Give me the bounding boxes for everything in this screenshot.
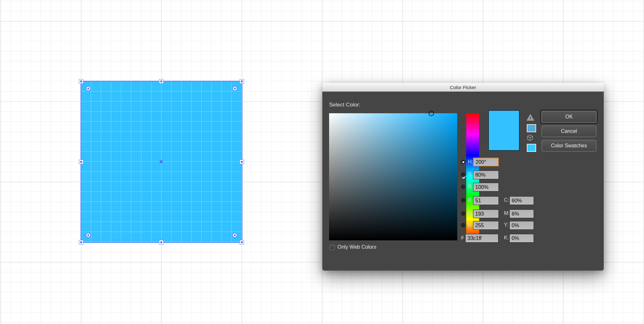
y-label: Y: (504, 222, 508, 228)
r-input[interactable] (473, 196, 499, 205)
k-input[interactable] (509, 234, 534, 243)
selection-handle[interactable] (79, 160, 83, 164)
ok-button-ring: OK (540, 110, 598, 124)
color-swatches-button[interactable]: Color Swatches (542, 140, 596, 152)
s-radio[interactable] (460, 172, 466, 177)
r-label: R: (468, 197, 473, 203)
color-picker-dialog: Color Picker Select Color: ! OK Cancel C… (322, 83, 604, 271)
web-color-cube-icon (526, 134, 534, 141)
s-input[interactable] (473, 171, 499, 179)
artboard-canvas: Color Picker Select Color: ! OK Cancel C… (0, 0, 644, 324)
selection-handle[interactable] (79, 79, 83, 84)
cancel-button[interactable]: Cancel (542, 125, 596, 137)
gamut-warning-icon: ! (526, 114, 534, 121)
g-input[interactable] (473, 209, 499, 218)
selection-handle[interactable] (159, 79, 164, 84)
center-point (160, 160, 163, 163)
b-rgb-radio[interactable] (460, 222, 466, 228)
color-field-marker[interactable] (429, 111, 434, 116)
saturation-brightness-field[interactable] (329, 113, 457, 240)
m-input[interactable] (509, 209, 534, 218)
selection-handle[interactable] (159, 240, 164, 245)
corner-widget[interactable] (232, 86, 237, 91)
b-radio[interactable] (460, 184, 466, 190)
h-radio[interactable] (460, 159, 466, 165)
g-radio[interactable] (460, 211, 466, 216)
h-label: H: (468, 159, 473, 165)
c-label: C: (504, 197, 509, 203)
selection-handle[interactable] (79, 240, 83, 245)
m-label: M: (504, 210, 510, 216)
new-color-preview (488, 110, 519, 151)
web-safe-swatch[interactable] (527, 144, 536, 152)
selection-handle[interactable] (240, 160, 244, 164)
hex-input[interactable] (465, 234, 498, 243)
dialog-titlebar[interactable]: Color Picker (322, 83, 604, 92)
b-label: B: (468, 184, 473, 190)
selection-handle[interactable] (240, 79, 244, 84)
b-rgb-label: B: (468, 222, 473, 228)
s-label: S: (468, 171, 473, 177)
h-input[interactable] (473, 158, 499, 166)
c-input[interactable] (509, 196, 534, 205)
corner-widget[interactable] (86, 86, 91, 91)
corner-widget[interactable] (86, 233, 91, 238)
selection-handle[interactable] (240, 240, 244, 245)
gamut-swatch[interactable] (527, 124, 536, 132)
dialog-body: Select Color: ! OK Cancel Color Swatches… (322, 92, 604, 271)
k-label: K: (504, 235, 509, 241)
select-color-label: Select Color: (329, 102, 360, 108)
b-rgb-input[interactable] (473, 221, 499, 230)
b-input[interactable] (473, 183, 499, 191)
r-radio[interactable] (460, 198, 466, 203)
y-input[interactable] (509, 221, 534, 230)
only-web-colors-label: Only Web Colors (337, 244, 376, 250)
only-web-colors-checkbox[interactable] (330, 245, 335, 250)
ok-button[interactable]: OK (542, 111, 596, 123)
corner-widget[interactable] (232, 233, 237, 238)
hex-label: # (461, 235, 464, 241)
g-label: G: (468, 210, 473, 216)
